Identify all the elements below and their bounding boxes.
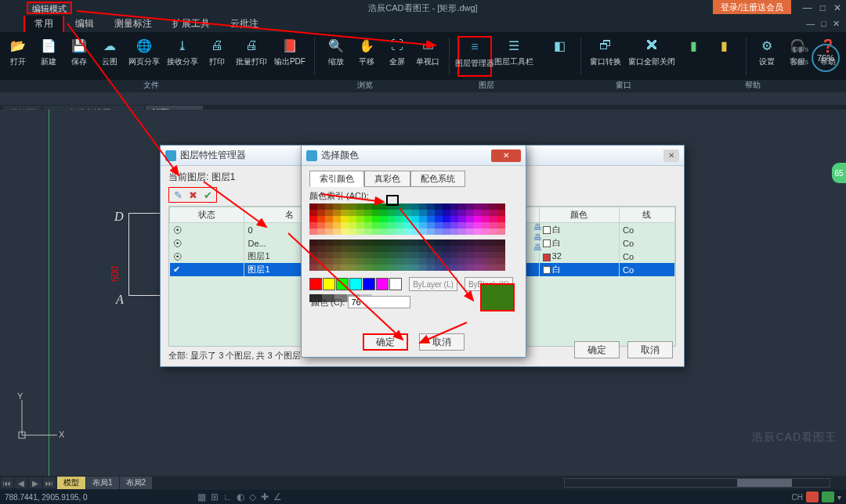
color-swatch[interactable] [466,252,474,258]
color-swatch[interactable] [466,216,474,222]
color-swatch[interactable] [388,252,396,258]
next-tab-icon[interactable]: ▶ [29,477,42,488]
color-swatch[interactable] [482,216,490,222]
color-swatch[interactable] [325,210,333,216]
color-swatch[interactable] [325,258,333,265]
color-swatch[interactable] [482,265,490,271]
color-swatch[interactable] [435,246,443,252]
color-swatch[interactable] [482,239,490,246]
color-swatch[interactable] [466,222,474,229]
tray-icon[interactable] [822,491,834,502]
dialog-titlebar[interactable]: 选择颜色 ✕ [302,146,526,166]
doc-min-icon[interactable]: — [806,19,815,29]
color-swatch[interactable] [419,210,427,216]
color-swatch[interactable] [497,252,505,258]
color-swatch[interactable] [372,246,380,252]
color-swatch[interactable] [341,252,349,258]
color-swatch[interactable] [341,246,349,252]
color-swatch[interactable] [309,265,317,271]
color-swatch[interactable] [396,258,403,265]
swatch-red[interactable] [309,278,322,290]
color-swatch[interactable] [380,222,388,229]
color-swatch[interactable] [435,252,443,258]
color-swatch[interactable] [411,222,419,229]
color-swatch[interactable] [349,258,356,265]
color-swatch[interactable] [403,203,411,210]
color-swatch[interactable] [419,246,427,252]
batchprint-button[interactable]: 🖨批量打印 [235,36,269,77]
color-swatch[interactable] [364,210,372,216]
color-swatch[interactable] [372,265,380,271]
set-current-icon[interactable]: ✔ [201,189,214,201]
palette-1[interactable]: ▮ [681,36,707,77]
color-swatch[interactable] [396,239,403,246]
color-swatch[interactable] [396,246,403,252]
color-swatch[interactable] [427,246,435,252]
color-swatch[interactable] [466,229,474,235]
bylayer-button[interactable]: ByLayer (L) [409,277,457,291]
doc-close-icon[interactable]: ✕ [833,19,840,29]
zoom-button[interactable]: 🔍缩放 [323,36,349,77]
color-swatch[interactable] [372,210,380,216]
color-swatch[interactable] [341,265,349,271]
color-swatch[interactable] [411,203,419,210]
doc-max-icon[interactable]: □ [821,19,826,29]
color-swatch[interactable] [427,229,435,235]
color-swatch[interactable] [490,210,497,216]
viewport-button[interactable]: ▭单视口 [415,36,441,77]
color-swatch[interactable] [380,216,388,222]
color-swatch[interactable] [497,239,505,246]
color-swatch[interactable] [419,265,427,271]
color-swatch[interactable] [356,216,364,222]
grid-icon[interactable]: ▦ [197,491,206,502]
color-swatch[interactable] [356,203,364,210]
tray-icon[interactable] [806,491,819,502]
color-swatch[interactable] [443,222,450,229]
color-swatch[interactable] [474,258,482,265]
color-swatch[interactable] [474,210,482,216]
color-swatch[interactable] [364,252,372,258]
settings-button[interactable]: ⚙设置 [754,36,779,77]
color-swatch[interactable] [490,258,497,265]
color-swatch[interactable] [450,222,458,229]
delete-layer-icon[interactable]: ✖ [186,189,199,201]
swatch-green[interactable] [336,278,349,290]
tab-model[interactable]: 模型 [57,477,85,489]
color-swatch[interactable] [317,210,325,216]
color-swatch[interactable] [317,239,325,246]
scroll-thumb[interactable] [737,479,792,487]
color-swatch[interactable] [309,239,317,246]
prev-tab-icon[interactable]: ◀ [15,477,27,488]
color-swatch[interactable] [497,265,505,271]
color-swatch[interactable] [341,216,349,222]
color-swatch[interactable] [427,252,435,258]
color-swatch[interactable] [325,222,333,229]
color-swatch[interactable] [388,216,396,222]
winswitch-button[interactable]: 🗗窗口转换 [589,36,623,77]
color-swatch[interactable] [388,246,396,252]
color-swatch[interactable] [356,246,364,252]
new-button[interactable]: 📄新建 [35,36,61,77]
color-swatch[interactable] [443,246,450,252]
color-swatch[interactable] [482,222,490,229]
color-swatch[interactable] [341,258,349,265]
color-swatch[interactable] [317,203,325,210]
cancel-button[interactable]: 取消 [627,341,673,358]
color-swatch[interactable] [333,246,341,252]
printer-icon[interactable]: 🖶 [533,222,542,232]
save-button[interactable]: 💾保存 [66,36,92,77]
color-swatch[interactable] [419,216,427,222]
color-swatch[interactable] [325,265,333,271]
color-swatch[interactable] [435,222,443,229]
layer-state-1[interactable]: ◧ [547,36,573,77]
color-swatch[interactable] [427,265,435,271]
color-swatch[interactable] [341,222,349,229]
color-swatch[interactable] [396,265,403,271]
color-swatch[interactable] [482,210,490,216]
color-swatch[interactable] [317,229,325,235]
color-swatch[interactable] [474,222,482,229]
color-swatch[interactable] [317,216,325,222]
close-icon[interactable]: ✕ [833,2,841,13]
ok-button[interactable]: 确定 [363,333,408,351]
color-swatch[interactable] [372,229,380,235]
